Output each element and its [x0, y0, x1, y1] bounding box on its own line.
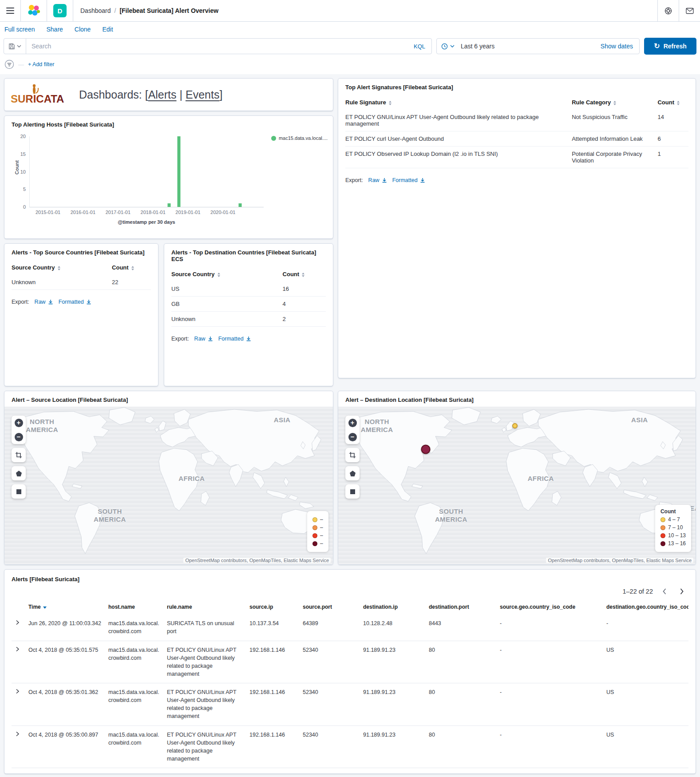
export-formatted-link[interactable]: Formatted: [392, 177, 425, 183]
saved-query-menu-button[interactable]: [4, 39, 26, 54]
export-raw-link[interactable]: Raw: [35, 299, 53, 305]
zoom-in-button[interactable]: +: [345, 416, 360, 430]
destination-geo-cell: US: [603, 768, 688, 774]
help-button[interactable]: [657, 0, 679, 21]
table-row[interactable]: GB4: [171, 297, 326, 312]
expand-row-chevron[interactable]: [15, 689, 20, 695]
column-header-time[interactable]: Time: [25, 599, 105, 614]
events-dashboard-link[interactable]: Events: [186, 88, 219, 101]
draw-polygon-button[interactable]: [345, 466, 360, 480]
zoom-in-icon: +: [15, 419, 23, 427]
map-label-africa: AFRICA: [528, 475, 554, 483]
topbar-actions: [657, 0, 700, 21]
draw-rectangle-button[interactable]: [12, 484, 26, 499]
fit-data-bounds-button[interactable]: [345, 448, 360, 462]
table-row[interactable]: Unknown 22: [12, 275, 151, 290]
map-attribution[interactable]: OpenStreetMap contributors, OpenMapTiles…: [183, 558, 331, 563]
elastic-home-button[interactable]: [21, 0, 47, 21]
chart-bar[interactable]: [178, 136, 181, 207]
column-header-source-geo[interactable]: source.geo.country_iso_code: [496, 599, 603, 614]
dest-map-canvas[interactable]: NORTH AMERICA ASIA AFRICA SOUTH AMERICA …: [338, 407, 696, 564]
expand-row-chevron[interactable]: [15, 620, 20, 626]
column-header-destination-port[interactable]: destination.port: [425, 599, 496, 614]
table-row[interactable]: Oct 4, 2018 @ 05:35:01.575 mac15.data.va…: [12, 641, 688, 683]
share-button[interactable]: Share: [46, 26, 63, 33]
chart-legend[interactable]: mac15.data.va.local....: [271, 135, 328, 141]
zoom-in-button[interactable]: +: [12, 416, 26, 430]
map-legend: ––––: [307, 511, 328, 552]
sort-descending-icon: [43, 607, 47, 609]
breadcrumb-dashboard-link[interactable]: Dashboard: [80, 7, 111, 14]
crop-tool-icon: [15, 452, 22, 459]
column-header-source-country[interactable]: Source Country: [171, 267, 283, 281]
zoom-out-button[interactable]: −: [12, 430, 26, 444]
kql-syntax-button[interactable]: KQL: [414, 43, 431, 50]
map-legend-item: 13 – 16: [660, 540, 686, 547]
edit-button[interactable]: Edit: [102, 26, 113, 33]
map-data-point[interactable]: [421, 444, 431, 454]
column-header-count[interactable]: Count: [112, 260, 151, 275]
destination-ip-cell: 91.189.91.23: [360, 641, 425, 683]
alerts-dashboard-link[interactable]: Alerts: [148, 88, 177, 101]
column-header-rule-name[interactable]: rule.name: [163, 599, 246, 614]
table-row[interactable]: Jun 26, 2020 @ 11:00:03.342 mac15.data.v…: [12, 614, 688, 641]
export-formatted-link[interactable]: Formatted: [218, 336, 251, 342]
menu-button[interactable]: [0, 0, 21, 21]
sort-caret-icon: [218, 273, 220, 277]
filter-circle-icon[interactable]: [4, 59, 14, 69]
table-row[interactable]: ET POLICY GNU/Linux APT User-Agent Outbo…: [345, 110, 688, 131]
draw-polygon-button[interactable]: [12, 466, 26, 480]
column-header-rule-signature[interactable]: Rule Signature: [345, 95, 572, 110]
source-map-canvas[interactable]: NORTH AMERICA ASIA AFRICA SOUTH AMERICA …: [4, 407, 333, 564]
map-legend-item: 4 – 7: [660, 516, 686, 523]
time-range-value[interactable]: Last 6 years: [459, 43, 601, 50]
map-data-point[interactable]: [512, 423, 518, 428]
search-box: KQL: [4, 38, 432, 54]
clock-icon: [441, 43, 448, 50]
next-page-button[interactable]: [675, 585, 688, 598]
table-row[interactable]: Oct 4, 2018 @ 05:35:01.362 mac15.data.va…: [12, 683, 688, 726]
table-row[interactable]: US16: [171, 281, 326, 297]
chart-bar[interactable]: [238, 203, 241, 207]
column-header-destination-geo[interactable]: destination.geo.country_iso_code: [603, 599, 688, 614]
zoom-out-button[interactable]: −: [345, 430, 360, 444]
map-attribution[interactable]: OpenStreetMap contributors, OpenMapTiles…: [546, 558, 693, 563]
chart-y-tick: 20: [20, 134, 26, 139]
alerts-table: Time host.name rule.name source.ip sourc…: [12, 599, 688, 774]
table-row[interactable]: Oct 4, 2018 @ 05:35:00.776 mac15.data.va…: [12, 768, 688, 774]
expand-row-chevron[interactable]: [15, 647, 20, 653]
refresh-button[interactable]: ↻ Refresh: [644, 38, 696, 55]
draw-rectangle-button[interactable]: [345, 484, 360, 499]
table-row[interactable]: Oct 4, 2018 @ 05:35:00.897 mac15.data.va…: [12, 725, 688, 768]
add-filter-button[interactable]: + Add filter: [28, 61, 54, 67]
show-dates-button[interactable]: Show dates: [601, 43, 639, 50]
table-row[interactable]: ET POLICY curl User-Agent Outbound Attem…: [345, 131, 688, 147]
column-header-count[interactable]: Count: [283, 267, 326, 281]
space-selector[interactable]: D: [47, 0, 73, 21]
export-formatted-link[interactable]: Formatted: [59, 299, 91, 305]
column-header-host-name[interactable]: host.name: [105, 599, 163, 614]
column-header-destination-ip[interactable]: destination.ip: [360, 599, 425, 614]
chart-bar[interactable]: [167, 203, 170, 207]
fit-data-bounds-button[interactable]: [12, 448, 26, 462]
column-header-source-country[interactable]: Source Country: [12, 260, 112, 275]
source-port-cell: 52340: [299, 725, 360, 768]
column-header-rule-category[interactable]: Rule Category: [572, 95, 657, 110]
table-row[interactable]: ET POLICY Observed IP Lookup Domain (l2 …: [345, 147, 688, 168]
full-screen-button[interactable]: Full screen: [4, 26, 35, 33]
column-header-source-port[interactable]: source.port: [299, 599, 360, 614]
export-raw-link[interactable]: Raw: [194, 336, 213, 342]
table-row[interactable]: Unknown2: [171, 312, 326, 327]
map-controls: + −: [12, 416, 26, 499]
column-header-source-ip[interactable]: source.ip: [246, 599, 299, 614]
newsfeed-button[interactable]: [679, 0, 700, 21]
polygon-draw-icon: [349, 470, 356, 477]
chart-x-tick: 2016-01-01: [71, 210, 95, 215]
time-picker-menu-button[interactable]: [437, 39, 459, 54]
expand-row-chevron[interactable]: [15, 732, 20, 738]
column-header-count[interactable]: Count: [657, 95, 688, 110]
previous-page-button[interactable]: [657, 585, 671, 598]
clone-button[interactable]: Clone: [75, 26, 91, 33]
export-raw-link[interactable]: Raw: [368, 177, 387, 183]
search-input[interactable]: [26, 43, 414, 50]
